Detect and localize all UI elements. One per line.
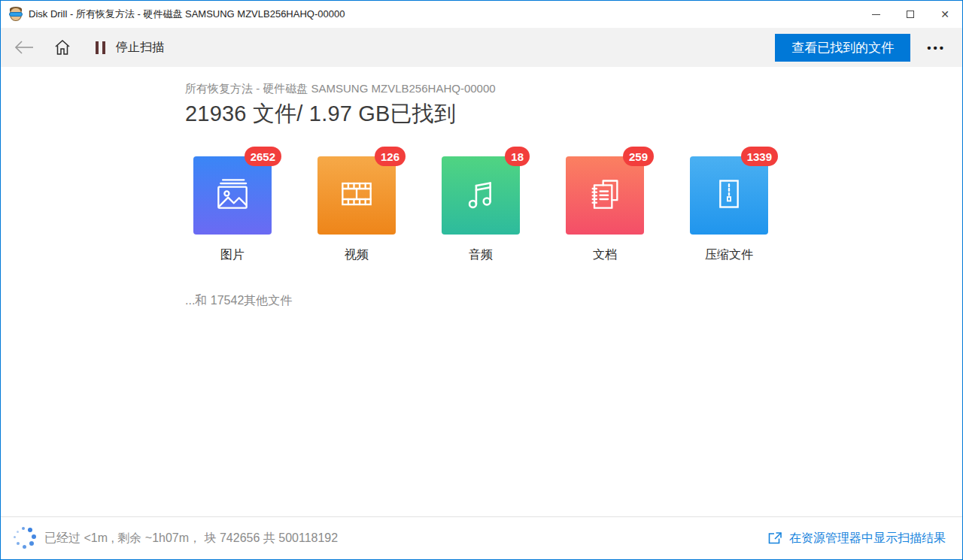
category-label: 压缩文件 (705, 247, 753, 263)
category-tile[interactable]: 1339 (690, 156, 768, 235)
external-link-icon (767, 531, 782, 545)
category-label: 文档 (593, 247, 617, 263)
close-button[interactable]: ✕ (928, 1, 962, 28)
status-bar: 已经过 <1m , 剩余 ~1h07m， 块 742656 共 50011819… (1, 516, 962, 559)
category-label: 视频 (345, 247, 369, 263)
category-tiles: 2652 图片 126 视频 18 音频 (193, 156, 962, 263)
document-icon (584, 173, 626, 218)
count-badge: 126 (375, 147, 406, 166)
app-logo-icon (8, 7, 23, 22)
category-tile-wrap: 2652 图片 (193, 156, 272, 263)
minimize-button[interactable] (858, 1, 893, 28)
pause-icon (96, 41, 105, 54)
main-content: 所有恢复方法 - 硬件磁盘 SAMSUNG MZVLB256HAHQ-00000… (1, 67, 962, 516)
more-menu-button[interactable]: ••• (927, 41, 946, 54)
show-in-explorer-label: 在资源管理器中显示扫描结果 (789, 531, 946, 546)
category-tile-wrap: 1339 压缩文件 (690, 156, 768, 263)
toolbar: 停止扫描 查看已找到的文件 ••• (1, 28, 962, 67)
count-badge: 2652 (245, 147, 281, 166)
show-in-explorer-link[interactable]: 在资源管理器中显示扫描结果 (767, 531, 946, 546)
progress-spinner-icon (13, 527, 35, 549)
stop-scan-button[interactable]: 停止扫描 (96, 40, 164, 56)
audio-icon (460, 173, 502, 218)
video-icon (336, 173, 378, 218)
other-files-text: ...和 17542其他文件 (185, 293, 962, 309)
image-icon (211, 173, 254, 218)
count-badge: 18 (505, 147, 530, 166)
title-bar: Disk Drill - 所有恢复方法 - 硬件磁盘 SAMSUNG MZVLB… (1, 1, 962, 28)
category-tile-wrap: 18 音频 (442, 156, 520, 263)
scan-subtitle: 所有恢复方法 - 硬件磁盘 SAMSUNG MZVLB256HAHQ-00000 (185, 82, 962, 96)
category-tile[interactable]: 259 (566, 156, 644, 235)
maximize-button[interactable] (893, 1, 928, 28)
maximize-icon (907, 11, 914, 18)
category-tile[interactable]: 2652 (193, 156, 272, 235)
progress-status-text: 已经过 <1m , 剩余 ~1h07m， 块 742656 共 50011819… (44, 531, 338, 546)
stop-scan-label: 停止扫描 (116, 40, 164, 56)
archive-icon (708, 173, 750, 218)
minimize-icon (872, 14, 880, 15)
category-tile-wrap: 259 文档 (566, 156, 644, 263)
back-button[interactable] (11, 35, 37, 60)
close-icon: ✕ (940, 9, 949, 20)
back-arrow-icon (14, 40, 34, 55)
home-icon (53, 38, 71, 56)
category-tile[interactable]: 126 (317, 156, 396, 235)
page-title: 21936 文件/ 1.97 GB已找到 (185, 99, 962, 129)
window-title: Disk Drill - 所有恢复方法 - 硬件磁盘 SAMSUNG MZVLB… (29, 8, 345, 21)
count-badge: 259 (623, 147, 654, 166)
view-found-files-button[interactable]: 查看已找到的文件 (775, 34, 910, 62)
home-button[interactable] (49, 34, 76, 61)
count-badge: 1339 (741, 147, 778, 166)
category-tile[interactable]: 18 (442, 156, 520, 235)
category-label: 音频 (469, 247, 493, 263)
category-label: 图片 (220, 247, 245, 263)
category-tile-wrap: 126 视频 (317, 156, 396, 263)
